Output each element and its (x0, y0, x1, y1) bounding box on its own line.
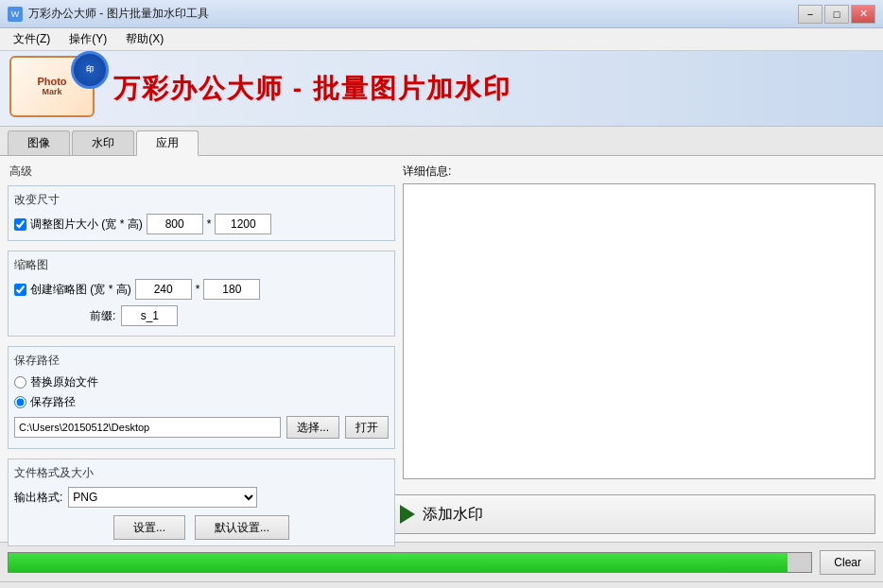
save-radio[interactable] (14, 396, 26, 408)
save-label: 保存路径 (30, 394, 76, 410)
resize-width-input[interactable] (147, 214, 203, 234)
resize-title: 改变尺寸 (14, 192, 389, 208)
logo-top: Photo (37, 76, 66, 87)
resize-label: 调整图片大小 (宽 * 高) (30, 216, 143, 233)
default-settings-button[interactable]: 默认设置... (195, 515, 289, 540)
close-button[interactable]: ✕ (851, 5, 875, 24)
clear-button[interactable]: Clear (820, 550, 875, 575)
menu-operation[interactable]: 操作(Y) (60, 29, 116, 49)
menu-help[interactable]: 帮助(X) (116, 29, 173, 49)
format-btn-row: 设置... 默认设置... (14, 515, 389, 540)
save-radio-row: 保存路径 (14, 394, 389, 410)
prefix-input[interactable] (121, 305, 178, 326)
select-path-button[interactable]: 选择... (286, 416, 339, 439)
thumbnail-section: 缩略图 创建缩略图 (宽 * 高) * 前缀: (8, 251, 395, 337)
header-area: Photo Mark 印 万彩办公大师 - 批量图片加水印 (0, 51, 883, 127)
progress-bar-fill (9, 553, 788, 572)
thumbnail-row: 创建缩略图 (宽 * 高) * (14, 279, 389, 300)
right-panel: 详细信息: (403, 164, 875, 479)
path-input[interactable] (14, 417, 281, 438)
replace-radio-row: 替换原始文件 (14, 374, 389, 390)
menu-file[interactable]: 文件(Z) (4, 29, 60, 49)
thumbnail-height-input[interactable] (203, 279, 260, 300)
bottom-bar: ? Help 关注我们 添加水印 < 返回 (0, 581, 883, 588)
thumbnail-checkbox[interactable] (14, 284, 26, 296)
play-icon (400, 505, 415, 524)
thumbnail-width-input[interactable] (135, 279, 192, 300)
stamp-overlay: 印 (71, 51, 109, 89)
header-title: 万彩办公大师 - 批量图片加水印 (113, 71, 511, 107)
resize-row: 调整图片大小 (宽 * 高) * (14, 214, 389, 234)
details-textarea[interactable] (403, 183, 875, 479)
logo-container: Photo Mark 印 (9, 56, 104, 122)
prefix-row: 前缀: (14, 305, 389, 326)
replace-radio[interactable] (14, 376, 26, 389)
format-label: 输出格式: (14, 490, 62, 506)
save-path-title: 保存路径 (14, 353, 389, 369)
format-section: 文件格式及大小 输出格式: PNG JPG BMP TIFF GIF 设置...… (8, 458, 395, 546)
save-path-section: 保存路径 替换原始文件 保存路径 选择... 打开 (8, 346, 395, 449)
open-path-button[interactable]: 打开 (345, 416, 389, 439)
tab-image[interactable]: 图像 (8, 130, 70, 155)
left-panel: 高级 改变尺寸 调整图片大小 (宽 * 高) * 缩略图 创建缩略图 (宽 * … (8, 164, 395, 479)
prefix-label: 前缀: (90, 308, 115, 324)
tab-bar: 图像 水印 应用 (0, 127, 883, 156)
title-bar: W 万彩办公大师 - 图片批量加水印工具 − □ ✕ (0, 0, 883, 28)
format-row: 输出格式: PNG JPG BMP TIFF GIF (14, 487, 389, 508)
settings-button[interactable]: 设置... (113, 515, 185, 540)
radio-group: 替换原始文件 保存路径 (14, 374, 389, 410)
advanced-label: 高级 (8, 164, 395, 180)
resize-height-input[interactable] (215, 214, 271, 234)
add-watermark-main-label: 添加水印 (423, 505, 483, 525)
tab-watermark[interactable]: 水印 (72, 130, 134, 155)
format-select[interactable]: PNG JPG BMP TIFF GIF (68, 487, 257, 508)
tab-apply[interactable]: 应用 (136, 130, 199, 156)
resize-section: 改变尺寸 调整图片大小 (宽 * 高) * (8, 185, 395, 241)
app-icon: W (8, 7, 23, 22)
title-bar-left: W 万彩办公大师 - 图片批量加水印工具 (8, 6, 209, 22)
title-bar-controls: − □ ✕ (798, 5, 875, 24)
path-row: 选择... 打开 (14, 416, 389, 439)
maximize-button[interactable]: □ (824, 5, 849, 24)
window-title: 万彩办公大师 - 图片批量加水印工具 (28, 6, 209, 22)
details-label: 详细信息: (403, 164, 875, 180)
progress-bar-container (8, 552, 812, 573)
minimize-button[interactable]: − (798, 5, 822, 24)
replace-label: 替换原始文件 (30, 374, 98, 390)
thumbnail-separator: * (196, 283, 200, 296)
progress-area: Clear (0, 542, 883, 581)
logo-bottom: Mark (42, 87, 61, 96)
resize-checkbox[interactable] (14, 218, 26, 231)
menu-bar: 文件(Z) 操作(Y) 帮助(X) (0, 28, 883, 51)
main-content: 高级 改变尺寸 调整图片大小 (宽 * 高) * 缩略图 创建缩略图 (宽 * … (0, 156, 883, 487)
thumbnail-label: 创建缩略图 (宽 * 高) (30, 282, 131, 298)
resize-separator: * (207, 217, 212, 231)
thumbnail-title: 缩略图 (14, 257, 389, 273)
format-section-title: 文件格式及大小 (14, 465, 389, 481)
